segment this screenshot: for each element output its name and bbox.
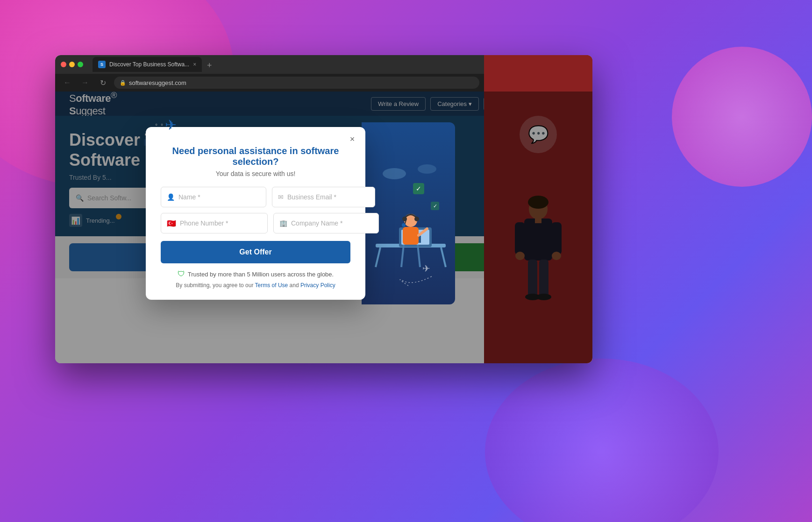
bg-decoration-2 <box>485 359 719 522</box>
modal-dialog: ⚬ ⚬ ✈ × Need personal assistance in soft… <box>146 127 365 300</box>
name-input[interactable] <box>178 193 260 201</box>
modal-trust-text: 🛡 Trusted by more than 5 Million users a… <box>161 270 350 278</box>
lock-icon: 🔒 <box>120 80 126 86</box>
building-icon: 🏢 <box>279 219 287 227</box>
svg-point-1 <box>418 164 436 174</box>
form-row-1: 👤 ✉ <box>161 187 350 207</box>
modal-overlay[interactable]: ⚬ ⚬ ✈ × Need personal assistance in soft… <box>55 92 592 363</box>
modal-legal-text: By submitting, you agree to our Terms of… <box>161 282 350 289</box>
browser-tab-active[interactable]: S Discover Top Business Softwa... × <box>93 57 202 72</box>
phone-field[interactable]: 🇹🇷 <box>161 213 268 233</box>
traffic-lights <box>61 62 83 67</box>
website-content: Software® Suggest Write a Review Categor… <box>55 92 592 363</box>
address-text: softwaresuggest.com <box>129 79 186 86</box>
shield-check-icon: 🛡 <box>178 270 185 278</box>
close-window-button[interactable] <box>61 62 66 67</box>
tab-title: Discover Top Business Softwa... <box>109 61 189 68</box>
forward-button[interactable]: → <box>78 76 92 89</box>
paper-plane-icon: ✈ <box>165 117 177 133</box>
email-field[interactable]: ✉ <box>272 187 375 207</box>
modal-subtitle: Your data is secure with us! <box>161 170 350 177</box>
company-input[interactable] <box>291 219 373 227</box>
illustration-svg: ✓ ✓ <box>366 160 450 300</box>
svg-line-22 <box>418 245 420 267</box>
phone-input[interactable] <box>180 219 262 227</box>
address-bar[interactable]: 🔒 softwaresuggest.com <box>114 77 479 89</box>
person-icon: 👤 <box>167 193 175 201</box>
svg-line-7 <box>376 247 380 267</box>
back-button[interactable]: ← <box>61 76 74 89</box>
bg-decoration-3 <box>672 47 812 187</box>
privacy-link[interactable]: Privacy Policy <box>300 282 335 289</box>
modal-title: Need personal assistance in software sel… <box>161 146 350 167</box>
modal-form: 👤 ✉ 🇹🇷 <box>161 187 350 263</box>
email-icon: ✉ <box>278 193 284 201</box>
company-field[interactable]: 🏢 <box>273 213 379 233</box>
svg-point-17 <box>414 217 419 221</box>
svg-line-8 <box>441 247 446 267</box>
tab-favicon: S <box>98 61 106 68</box>
svg-rect-15 <box>403 227 419 245</box>
refresh-button[interactable]: ↻ <box>96 76 109 89</box>
email-input[interactable] <box>287 193 369 201</box>
new-tab-button[interactable]: + <box>203 59 216 72</box>
form-row-2: 🇹🇷 🏢 <box>161 213 350 233</box>
maximize-window-button[interactable] <box>78 62 83 67</box>
minimize-window-button[interactable] <box>69 62 75 67</box>
svg-text:✓: ✓ <box>416 185 421 192</box>
decoration-circles: ⚬ ⚬ <box>154 122 164 128</box>
legal-and: and <box>290 282 300 289</box>
browser-window: S Discover Top Business Softwa... × + ← … <box>55 55 592 363</box>
trust-label: Trusted by more than 5 Million users acr… <box>188 271 334 278</box>
terms-link[interactable]: Terms of Use <box>255 282 288 289</box>
svg-line-21 <box>401 245 404 267</box>
modal-close-button[interactable]: × <box>346 133 359 146</box>
legal-prefix: By submitting, you agree to our <box>176 282 255 289</box>
svg-text:✈: ✈ <box>422 263 430 274</box>
get-offer-button[interactable]: Get Offer <box>161 241 350 263</box>
svg-point-19 <box>402 223 406 227</box>
svg-point-0 <box>383 168 406 179</box>
name-field[interactable]: 👤 <box>161 187 266 207</box>
svg-text:✓: ✓ <box>433 203 437 209</box>
phone-flag-icon: 🇹🇷 <box>167 219 176 228</box>
tab-close-button[interactable]: × <box>193 61 196 68</box>
